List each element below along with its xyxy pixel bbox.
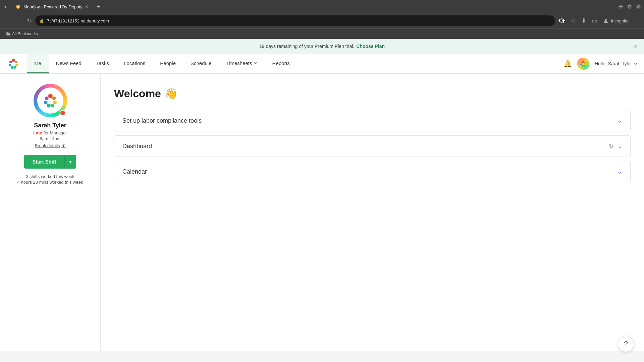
user-greeting[interactable]: Hello, Sarah Tyler [595, 61, 637, 66]
help-label: ? [624, 340, 628, 348]
nav-item-reports[interactable]: Reports [265, 54, 298, 73]
nav-item-schedule[interactable]: Schedule [183, 54, 219, 73]
window-controls [619, 4, 641, 9]
status-late-label: Late [33, 130, 42, 135]
svg-point-23 [52, 97, 56, 100]
labor-compliance-chevron-icon[interactable]: ⌄ [617, 117, 622, 124]
svg-point-13 [9, 61, 12, 63]
svg-point-17 [585, 64, 586, 65]
tab-dropdown[interactable]: ▼ [3, 4, 7, 9]
labor-compliance-section: Set up labor compliance tools ⌄ [114, 110, 631, 131]
back-button[interactable]: ← [4, 16, 12, 25]
incognito-badge: Incognito [603, 18, 629, 24]
svg-point-15 [582, 60, 584, 62]
bookmark-folder-icon[interactable]: All Bookmarks [4, 30, 40, 38]
user-greeting-text: Hello, Sarah Tyler [595, 61, 632, 66]
svg-point-19 [582, 65, 583, 67]
forward-button[interactable]: → [15, 16, 23, 25]
sidebar-toggle-icon[interactable]: ▭ [592, 17, 597, 24]
security-icon: 🔒 [39, 18, 44, 23]
bookmarks-bar: All Bookmarks [0, 28, 644, 39]
break-details-link[interactable]: Break details ▼ [35, 143, 65, 148]
svg-point-14 [12, 63, 14, 65]
svg-point-10 [13, 66, 16, 69]
close-button[interactable] [636, 4, 641, 9]
dashboard-refresh-icon[interactable]: ↻ [609, 143, 613, 149]
welcome-text: Welcome [114, 87, 161, 100]
eye-slash-icon: 👁️‍🗨️ [558, 17, 565, 24]
start-shift-dropdown-button[interactable]: ▼ [64, 155, 76, 169]
nav-item-locations[interactable]: Locations [116, 54, 153, 73]
app-main: Sarah Tyler Late for Manager 8am - 4pm B… [0, 74, 644, 351]
nav-item-tasks[interactable]: Tasks [89, 54, 116, 73]
sidebar-status: Late for Manager [33, 130, 67, 135]
new-tab-button[interactable]: + [96, 3, 100, 10]
status-dot [60, 110, 66, 116]
tab-close-button[interactable]: ✕ [85, 4, 88, 9]
svg-point-7 [12, 59, 15, 62]
svg-point-27 [44, 101, 47, 104]
start-shift-button[interactable]: Start Shift [24, 155, 64, 169]
tab-favicon: M [15, 4, 21, 9]
bookmark-star-icon[interactable]: ☆ [571, 17, 576, 24]
svg-point-21 [581, 62, 582, 63]
svg-point-12 [9, 64, 11, 66]
svg-point-28 [45, 97, 48, 100]
nav-item-people[interactable]: People [153, 54, 183, 73]
chrome-menu-icon[interactable]: ⋮ [634, 17, 640, 24]
svg-point-25 [50, 104, 54, 108]
refresh-button[interactable]: ↻ [25, 16, 33, 25]
toolbar-icons: 👁️‍🗨️ ☆ ⬇ ▭ Incognito ⋮ [558, 17, 640, 24]
active-tab[interactable]: M Moodjoy - Powered By Deputy ✕ [11, 1, 93, 12]
nav-logo[interactable] [0, 54, 27, 73]
labor-compliance-header[interactable]: Set up labor compliance tools ⌄ [114, 110, 630, 131]
minimize-button[interactable] [619, 4, 623, 9]
app-nav: Me News Feed Tasks Locations People Sche… [0, 54, 644, 74]
svg-point-26 [47, 104, 50, 108]
address-bar[interactable]: 🔒 7cf47d19112152.na.deputy.com [35, 15, 555, 26]
nav-item-news-feed[interactable]: News Feed [49, 54, 89, 73]
start-shift-wrap: Start Shift ▼ [24, 155, 76, 169]
svg-point-16 [584, 62, 586, 63]
browser-toolbar: ← → ↻ 🔒 7cf47d19112152.na.deputy.com 👁️‍… [0, 13, 644, 28]
download-icon[interactable]: ⬇ [581, 17, 586, 24]
nav-items: Me News Feed Tasks Locations People Sche… [27, 54, 557, 73]
app-wrapper: 19 days remaining of your Premium Plan t… [0, 39, 644, 351]
sidebar-shift-time: 8am - 4pm [40, 136, 60, 141]
svg-rect-3 [628, 5, 631, 8]
labor-compliance-title: Set up labor compliance tools [122, 117, 202, 124]
svg-point-11 [11, 66, 13, 69]
calendar-header[interactable]: Calendar ⌄ [114, 161, 630, 182]
choose-plan-link[interactable]: Choose Plan [356, 44, 385, 49]
dashboard-actions: ↻ ⌄ [609, 142, 622, 150]
svg-point-20 [580, 64, 582, 65]
svg-point-18 [583, 65, 585, 67]
svg-point-8 [15, 61, 17, 63]
break-details-chevron: ▼ [61, 143, 66, 148]
calendar-chevron-icon[interactable]: ⌄ [617, 168, 622, 175]
dashboard-section: Dashboard ↻ ⌄ [114, 135, 631, 157]
user-avatar-nav [577, 58, 589, 70]
status-suffix: for Manager [44, 130, 67, 135]
notifications-bell-icon[interactable]: 🔔 [564, 60, 572, 68]
help-button[interactable]: ? [618, 336, 634, 352]
main-content: Welcome 👋 Set up labor compliance tools … [101, 74, 644, 351]
trial-banner-close[interactable]: × [634, 43, 637, 50]
calendar-title: Calendar [122, 168, 147, 175]
maximize-button[interactable] [627, 4, 632, 9]
nav-item-me[interactable]: Me [27, 54, 49, 73]
svg-rect-2 [619, 6, 623, 7]
sidebar: Sarah Tyler Late for Manager 8am - 4pm B… [0, 74, 101, 351]
sidebar-avatar-container [34, 84, 67, 117]
svg-text:M: M [17, 6, 19, 8]
nav-item-timesheets[interactable]: Timesheets [219, 54, 265, 73]
avatar-inner [37, 87, 63, 114]
dashboard-chevron-icon[interactable]: ⌄ [617, 142, 622, 150]
shifts-worked-stat: 3 shifts worked this week [17, 174, 83, 179]
dashboard-header[interactable]: Dashboard ↻ ⌄ [114, 136, 630, 157]
browser-chrome: ▼ M Moodjoy - Powered By Deputy ✕ + ← → … [0, 0, 644, 39]
svg-point-6 [605, 19, 607, 21]
svg-point-24 [53, 101, 57, 104]
bookmarks-label: All Bookmarks [12, 32, 38, 36]
trial-message: 19 days remaining of your Premium Plan t… [259, 44, 354, 49]
